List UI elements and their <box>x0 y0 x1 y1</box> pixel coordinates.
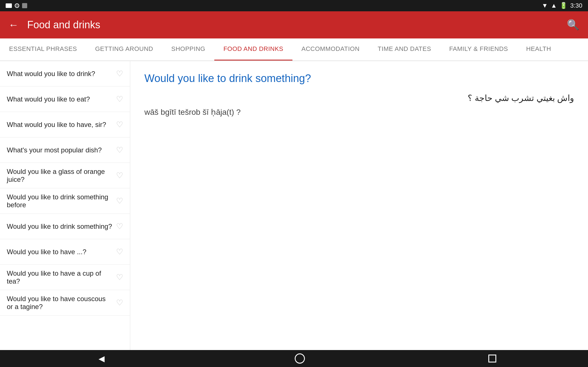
battery-icon: 🔋 <box>560 2 567 9</box>
list-item[interactable]: Would you like to have ...? ♡ <box>0 239 130 265</box>
list-item-text: What would you like to eat? <box>7 95 113 103</box>
favorite-icon[interactable]: ♡ <box>116 298 123 307</box>
tab-bar: ESSENTIAL PHRASES GETTING AROUND SHOPPIN… <box>0 38 588 61</box>
list-item-text: Would you like a glass of orange juice? <box>7 168 113 184</box>
favorite-icon[interactable]: ♡ <box>116 196 123 206</box>
back-button[interactable]: ← <box>8 19 19 31</box>
status-bar-left <box>6 3 27 8</box>
app-icon-2 <box>15 3 19 8</box>
favorite-icon[interactable]: ♡ <box>116 171 123 180</box>
right-panel: Would you like to drink something? واش ب… <box>130 61 588 350</box>
list-item[interactable]: Would you like to drink something before… <box>0 188 130 214</box>
favorite-icon[interactable]: ♡ <box>116 94 123 104</box>
list-item-text: Would you like to have couscous or a tag… <box>7 295 113 311</box>
tab-shopping[interactable]: SHOPPING <box>162 38 214 61</box>
favorite-icon[interactable]: ♡ <box>116 69 123 78</box>
search-button[interactable]: 🔍 <box>567 19 580 31</box>
detail-arabic: واش بغيتي تشرب شي حاجة ؟ <box>144 93 574 103</box>
nav-recents-button[interactable] <box>488 355 496 362</box>
tab-family[interactable]: FAMILY & FRIENDS <box>440 38 517 61</box>
tab-health[interactable]: HEALTH <box>517 38 560 61</box>
tab-accommodation[interactable]: ACCOMMODATION <box>292 38 369 61</box>
favorite-icon[interactable]: ♡ <box>116 247 123 256</box>
list-item[interactable]: What's your most popular dish? ♡ <box>0 137 130 163</box>
tab-getting[interactable]: GETTING AROUND <box>86 38 162 61</box>
list-item-text: What's your most popular dish? <box>7 146 113 154</box>
app-icon-3 <box>22 3 27 8</box>
status-bar: ▼ ▲ 🔋 3:30 <box>0 0 588 11</box>
favorite-icon[interactable]: ♡ <box>116 145 123 155</box>
list-item-text: Would you like to have ...? <box>7 248 113 256</box>
app-bar: ← Food and drinks 🔍 <box>0 11 588 38</box>
list-item[interactable]: Would you like to drink something? ♡ <box>0 214 130 239</box>
favorite-icon[interactable]: ♡ <box>116 120 123 129</box>
wifi-icon: ▼ <box>542 2 548 9</box>
status-bar-right: ▼ ▲ 🔋 3:30 <box>542 2 582 9</box>
list-item-text: What would you like to have, sir? <box>7 121 113 129</box>
list-item[interactable]: Would you like to have a cup of tea? ♡ <box>0 265 130 290</box>
list-item[interactable]: Would you like a glass of orange juice? … <box>0 163 130 188</box>
app-icon-1 <box>6 3 12 8</box>
list-item[interactable]: What would you like to drink? ♡ <box>0 61 130 87</box>
tab-food[interactable]: FOOD AND DRINKS <box>214 38 292 61</box>
app-bar-left: ← Food and drinks <box>8 19 100 31</box>
list-item[interactable]: What would you like to have, sir? ♡ <box>0 112 130 137</box>
app-title: Food and drinks <box>27 19 100 31</box>
left-panel: What would you like to drink? ♡ What wou… <box>0 61 130 350</box>
favorite-icon[interactable]: ♡ <box>116 273 123 282</box>
signal-icon: ▲ <box>551 2 557 9</box>
list-item-text: Would you like to drink something before <box>7 193 113 209</box>
detail-transliteration: wāš bgītī tešrob šī ḥāja(t) ? <box>144 107 574 117</box>
list-item-text: Would you like to drink something? <box>7 223 113 230</box>
detail-title: Would you like to drink something? <box>144 72 574 85</box>
tab-essential[interactable]: ESSENTIAL PHRASES <box>0 38 86 61</box>
nav-home-button[interactable] <box>295 353 305 364</box>
list-item-text: What would you like to drink? <box>7 70 113 78</box>
list-item[interactable]: What would you like to eat? ♡ <box>0 87 130 112</box>
main-content: What would you like to drink? ♡ What wou… <box>0 61 588 350</box>
bottom-bar: ◀ <box>0 350 588 367</box>
list-item-text: Would you like to have a cup of tea? <box>7 269 113 285</box>
list-item[interactable]: Would you like to have couscous or a tag… <box>0 290 130 316</box>
status-time: 3:30 <box>570 2 582 9</box>
tab-time[interactable]: TIME AND DATES <box>369 38 440 61</box>
favorite-icon[interactable]: ♡ <box>116 222 123 231</box>
nav-back-button[interactable]: ◀ <box>92 352 112 366</box>
